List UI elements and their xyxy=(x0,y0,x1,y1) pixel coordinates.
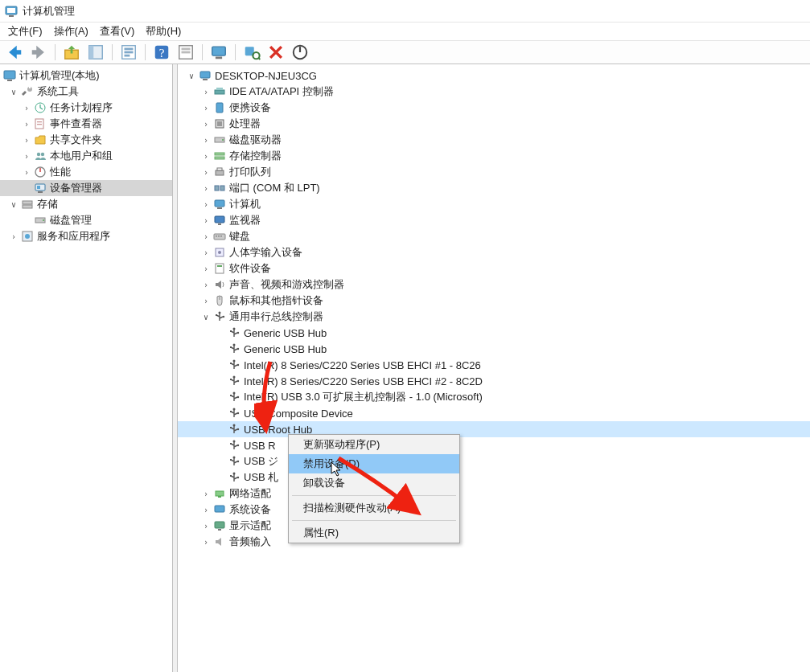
usb-icon xyxy=(213,310,226,323)
expand-icon[interactable]: › xyxy=(200,86,212,97)
help-button[interactable]: ? xyxy=(152,43,171,62)
device-usb-j[interactable]: USB ジ xyxy=(178,453,810,469)
expand-icon[interactable]: › xyxy=(200,295,212,306)
expand-icon[interactable]: › xyxy=(200,263,212,274)
svg-rect-94 xyxy=(230,459,232,461)
show-computer-button[interactable] xyxy=(209,43,228,62)
device-usb-root-hub[interactable]: USB Root Hub xyxy=(178,421,810,437)
cat-hid[interactable]: › 人体学输入设备 xyxy=(178,244,810,260)
menu-update-driver[interactable]: 更新驱动程序(P) xyxy=(289,435,459,454)
menu-disable-device[interactable]: 禁用设备(D) xyxy=(289,454,459,473)
expand-icon[interactable]: › xyxy=(200,102,212,113)
menu-scan-hardware[interactable]: 扫描检测硬件改动(A) xyxy=(289,498,459,518)
svg-rect-22 xyxy=(29,87,31,88)
left-tree-pane[interactable]: 计算机管理(本地) ∨ 系统工具 › 任务计划程序 xyxy=(0,64,173,672)
cat-storage-ctrl[interactable]: › 存储控制器 xyxy=(178,148,810,164)
properties-button[interactable] xyxy=(119,43,138,62)
expand-icon[interactable]: › xyxy=(200,199,212,210)
device-tree-pane[interactable]: ∨ DESKTOP-NJEU3CG › IDE ATA/ATAPI 控制器 › … xyxy=(178,64,810,672)
expand-icon[interactable]: › xyxy=(21,150,32,162)
cat-audio-input[interactable]: › 音频输入 xyxy=(178,534,810,550)
cat-computers[interactable]: › 计算机 xyxy=(178,196,810,212)
cat-disk-drives[interactable]: › 磁盘驱动器 xyxy=(178,132,810,148)
device-intel-usb3[interactable]: Intel(R) USB 3.0 可扩展主机控制器 - 1.0 (Microso… xyxy=(178,389,810,405)
svg-rect-4 xyxy=(89,46,94,59)
cat-software[interactable]: › 软件设备 xyxy=(178,260,810,277)
cat-print-queues[interactable]: › 打印队列 xyxy=(178,164,810,180)
cat-cpu[interactable]: › 处理器 xyxy=(178,116,810,132)
expand-icon[interactable]: › xyxy=(200,520,212,531)
tree-sys-tools[interactable]: ∨ 系统工具 xyxy=(0,84,172,100)
device-label: Intel(R) USB 3.0 可扩展主机控制器 - 1.0 (Microso… xyxy=(242,390,483,404)
tree-shared-folders[interactable]: › 共享文件夹 xyxy=(0,132,172,148)
collapse-icon[interactable]: ∨ xyxy=(186,70,197,81)
menu-file[interactable]: 文件(F) xyxy=(8,24,43,39)
device-intel-ehci-2[interactable]: Intel(R) 8 Series/C220 Series USB EHCI #… xyxy=(178,373,810,389)
expand-icon[interactable]: › xyxy=(200,504,212,515)
collapse-icon[interactable]: ∨ xyxy=(200,311,212,322)
up-button[interactable] xyxy=(62,43,81,62)
expand-icon[interactable]: › xyxy=(200,215,212,226)
menu-action[interactable]: 操作(A) xyxy=(54,24,88,39)
tree-event-viewer[interactable]: › 事件查看器 xyxy=(0,116,172,132)
device-usb-hub-2[interactable]: Generic USB Hub xyxy=(178,341,810,357)
tree-services-apps[interactable]: › 服务和应用程序 xyxy=(0,228,172,244)
expand-icon[interactable]: › xyxy=(200,150,212,162)
cat-network[interactable]: › 网络适配 xyxy=(178,486,810,502)
tree-storage[interactable]: ∨ 存储 xyxy=(0,196,172,212)
expand-icon[interactable]: › xyxy=(200,166,212,178)
menu-uninstall-device[interactable]: 卸载设备 xyxy=(289,473,459,493)
show-hide-tree-button[interactable] xyxy=(86,43,105,62)
tree-device-manager[interactable]: 设备管理器 xyxy=(0,180,172,196)
collapse-icon[interactable]: ∨ xyxy=(8,86,19,97)
expand-icon[interactable]: › xyxy=(200,182,212,194)
device-usb-r[interactable]: USB R xyxy=(178,437,810,453)
tree-performance[interactable]: › 性能 xyxy=(0,164,172,180)
cat-ports[interactable]: › 端口 (COM 和 LPT) xyxy=(178,180,810,196)
expand-icon[interactable]: › xyxy=(21,134,32,145)
device-intel-ehci-1[interactable]: Intel(R) 8 Series/C220 Series USB EHCI #… xyxy=(178,357,810,373)
tree-task-scheduler[interactable]: › 任务计划程序 xyxy=(0,100,172,116)
expand-icon[interactable]: › xyxy=(200,231,212,242)
device-root[interactable]: ∨ DESKTOP-NJEU3CG xyxy=(178,68,810,84)
device-usb-k[interactable]: USB 札 xyxy=(178,469,810,486)
cat-keyboards[interactable]: › 键盘 xyxy=(178,228,810,244)
menu-help[interactable]: 帮助(H) xyxy=(146,24,181,39)
expand-icon[interactable]: › xyxy=(200,279,212,290)
export-button[interactable] xyxy=(176,43,195,62)
forward-button[interactable] xyxy=(29,43,48,62)
cat-display[interactable]: › 显示适配 xyxy=(178,518,810,534)
menu-view[interactable]: 查看(V) xyxy=(100,24,134,39)
expand-icon[interactable]: › xyxy=(200,134,212,145)
enable-button[interactable] xyxy=(290,43,310,62)
cat-sound[interactable]: › 声音、视频和游戏控制器 xyxy=(178,277,810,293)
cat-sys-devices[interactable]: › 系统设备 xyxy=(178,502,810,518)
device-usb-composite[interactable]: USB Composite Device xyxy=(178,405,810,421)
expand-icon[interactable]: › xyxy=(200,247,212,258)
back-button[interactable] xyxy=(5,43,24,62)
cat-ide[interactable]: › IDE ATA/ATAPI 控制器 xyxy=(178,84,810,100)
scan-hardware-button[interactable] xyxy=(242,43,261,62)
menu-properties[interactable]: 属性(R) xyxy=(289,523,459,543)
tree-root[interactable]: 计算机管理(本地) xyxy=(0,68,172,84)
device-label: 鼠标和其他指针设备 xyxy=(228,293,323,308)
tree-disk-management[interactable]: 磁盘管理 xyxy=(0,212,172,228)
svg-rect-56 xyxy=(215,216,224,223)
remove-device-button[interactable] xyxy=(266,43,286,62)
expand-icon[interactable]: › xyxy=(8,231,19,242)
expand-icon[interactable]: › xyxy=(200,536,212,547)
cat-mice[interactable]: › 鼠标和其他指针设备 xyxy=(178,293,810,309)
expand-icon[interactable]: › xyxy=(21,166,32,178)
tree-local-users[interactable]: › 本地用户和组 xyxy=(0,148,172,164)
cat-monitors[interactable]: › 监视器 xyxy=(178,212,810,228)
device-usb-hub-1[interactable]: Generic USB Hub xyxy=(178,325,810,341)
cat-portable[interactable]: › 便携设备 xyxy=(178,100,810,116)
collapse-icon[interactable]: ∨ xyxy=(8,199,19,210)
device-label: USB ジ xyxy=(242,454,278,469)
log-icon xyxy=(34,117,47,130)
expand-icon[interactable]: › xyxy=(200,118,212,129)
expand-icon[interactable]: › xyxy=(21,118,32,129)
expand-icon[interactable]: › xyxy=(200,488,212,499)
expand-icon[interactable]: › xyxy=(21,102,32,113)
cat-usb-controllers[interactable]: ∨ 通用串行总线控制器 xyxy=(178,309,810,325)
